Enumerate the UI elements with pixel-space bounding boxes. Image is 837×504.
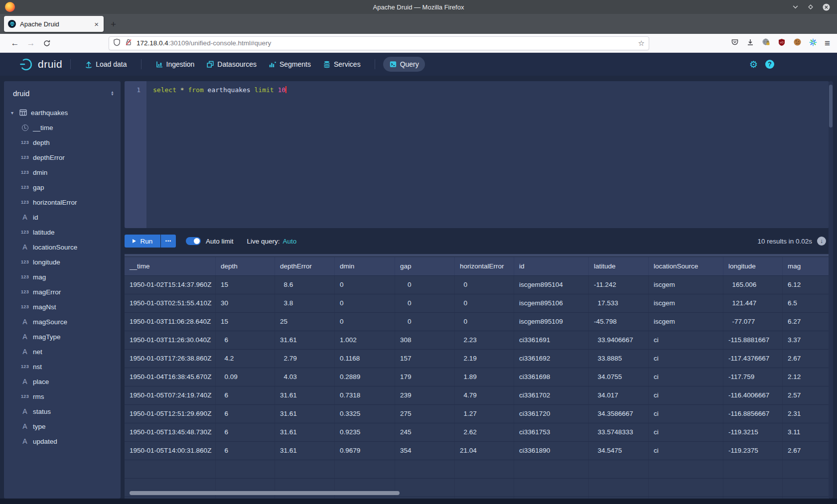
tree-column-item[interactable]: nst (4, 359, 121, 374)
table-cell[interactable] (514, 460, 588, 478)
table-cell[interactable]: 1950-01-03T11:06:28.640Z (125, 313, 215, 331)
tree-column-item[interactable]: magError (4, 284, 121, 299)
tree-column-item[interactable]: updated (4, 434, 121, 449)
table-cell[interactable] (125, 497, 215, 499)
cookie-extension-icon[interactable] (793, 38, 802, 48)
table-cell[interactable]: ci (648, 386, 723, 404)
table-cell[interactable]: 1950-01-04T16:38:45.670Z (125, 368, 215, 386)
sparkle-extension-icon[interactable] (809, 38, 817, 48)
table-cell[interactable]: 30 (215, 294, 275, 312)
table-cell[interactable]: 6 (215, 331, 275, 349)
table-cell[interactable] (454, 479, 514, 497)
table-cell[interactable]: iscgem (648, 294, 723, 312)
table-cell[interactable]: 2.12 (782, 368, 829, 386)
tree-column-item[interactable]: magNst (4, 299, 121, 314)
table-cell[interactable]: 0 (334, 294, 395, 312)
druid-logo[interactable]: druid (19, 57, 62, 72)
table-cell[interactable] (275, 460, 334, 478)
table-cell[interactable]: 2.23 (454, 331, 514, 349)
url-bar[interactable]: 172.18.0.4:30109/unified-console.html#qu… (109, 36, 649, 50)
table-cell[interactable]: 6 (215, 442, 275, 460)
table-cell[interactable]: iscgem895109 (514, 313, 588, 331)
table-cell[interactable]: 1950-01-05T13:45:48.730Z (125, 423, 215, 441)
table-cell[interactable]: 1.27 (454, 405, 514, 423)
table-cell[interactable]: ci (648, 331, 723, 349)
table-cell[interactable]: ci (648, 405, 723, 423)
table-cell[interactable]: 0 (454, 313, 514, 331)
table-cell[interactable]: -45.798 (588, 313, 648, 331)
table-cell[interactable] (723, 460, 782, 478)
table-cell[interactable]: 4.2 (215, 350, 275, 368)
table-cell[interactable]: 0 (454, 276, 514, 294)
table-cell[interactable]: ci3361720 (514, 405, 588, 423)
tree-column-item[interactable]: depthError (4, 150, 121, 165)
column-header[interactable]: mag (782, 257, 829, 275)
table-cell[interactable]: 157 (395, 350, 454, 368)
table-cell[interactable]: 8.6 (275, 276, 334, 294)
back-button[interactable]: ← (7, 36, 23, 50)
nav-segments[interactable]: Segments (263, 57, 317, 72)
table-row[interactable]: 1950-01-03T02:51:55.410Z30 3.80 0 0iscge… (125, 294, 829, 312)
table-cell[interactable]: 1950-01-03T17:26:38.860Z (125, 350, 215, 368)
help-icon[interactable]: ? (765, 60, 774, 69)
table-row[interactable]: 1950-01-05T07:24:19.740Z 631.610.7318239… (125, 386, 829, 404)
table-cell[interactable]: 245 (395, 423, 454, 441)
new-tab-button[interactable]: + (111, 19, 116, 29)
column-header[interactable]: depthError (275, 257, 334, 275)
column-header[interactable]: dmin (334, 257, 395, 275)
table-cell[interactable]: 0.3325 (334, 405, 395, 423)
table-cell[interactable]: 275 (395, 405, 454, 423)
tree-column-item[interactable]: rms (4, 389, 121, 404)
table-cell[interactable]: 1.002 (334, 331, 395, 349)
table-cell[interactable] (454, 497, 514, 499)
table-cell[interactable]: 31.61 (275, 405, 334, 423)
table-cell[interactable]: 2.67 (782, 350, 829, 368)
tree-column-item[interactable]: net (4, 344, 121, 359)
table-row[interactable]: 1950-01-03T17:26:38.860Z 4.2 2.790.11681… (125, 349, 829, 368)
table-cell[interactable] (723, 479, 782, 497)
bookmark-star-icon[interactable]: ☆ (638, 39, 645, 48)
table-row[interactable]: 1950-01-05T12:51:29.690Z 631.610.3325275… (125, 404, 829, 423)
table-row[interactable]: 1950-01-05T13:45:48.730Z 631.610.9235245… (125, 423, 829, 441)
table-row[interactable]: 1950-01-02T15:14:37.960Z15 8.60 0 0iscge… (125, 275, 829, 294)
close-icon[interactable] (823, 3, 830, 11)
table-cell[interactable]: 0 (454, 294, 514, 312)
scrollbar-thumb[interactable] (829, 85, 833, 127)
table-cell[interactable]: 33.8885 (588, 350, 648, 368)
table-cell[interactable]: ci (648, 350, 723, 368)
table-cell[interactable]: 31.61 (275, 442, 334, 460)
table-cell[interactable]: ci3361698 (514, 368, 588, 386)
table-cell[interactable]: 0.09 (215, 368, 275, 386)
tree-column-item[interactable]: type (4, 419, 121, 434)
table-cell[interactable]: 2.19 (454, 350, 514, 368)
tree-column-item[interactable]: id (4, 210, 121, 225)
table-cell[interactable]: 1950-01-02T15:14:37.960Z (125, 276, 215, 294)
table-cell[interactable]: 6 (215, 405, 275, 423)
sql-code[interactable]: select * from earthquakes limit 10 (146, 81, 286, 228)
table-cell[interactable]: 2.62 (454, 423, 514, 441)
table-cell[interactable]: -115.8881667 (723, 331, 782, 349)
downloads-icon[interactable] (746, 38, 754, 48)
table-cell[interactable]: 33.9406667 (588, 331, 648, 349)
table-row[interactable]: 1950-01-03T11:26:30.040Z 631.611.002308 … (125, 331, 829, 349)
tracking-shield-icon[interactable] (113, 38, 121, 48)
sort-icon[interactable]: ▲▼ (111, 91, 114, 96)
table-cell[interactable]: -119.2375 (723, 442, 782, 460)
table-cell[interactable] (588, 479, 648, 497)
table-cell[interactable]: 34.0755 (588, 368, 648, 386)
table-cell[interactable]: ci3361890 (514, 442, 588, 460)
maximize-icon[interactable] (808, 4, 814, 10)
download-results-icon[interactable]: ↓ (817, 237, 826, 246)
table-cell[interactable]: 6.12 (782, 276, 829, 294)
tree-column-item[interactable]: latitude (4, 225, 121, 240)
table-cell[interactable]: 21.04 (454, 442, 514, 460)
table-cell[interactable] (782, 479, 829, 497)
tree-column-item[interactable]: __time (4, 120, 121, 135)
table-cell[interactable]: 1950-01-05T12:51:29.690Z (125, 405, 215, 423)
table-cell[interactable]: 6.27 (782, 313, 829, 331)
table-cell[interactable] (782, 497, 829, 499)
nav-load-data[interactable]: Load data (79, 57, 133, 72)
table-cell[interactable]: 2.79 (275, 350, 334, 368)
tree-column-item[interactable]: status (4, 404, 121, 419)
table-cell[interactable] (275, 497, 334, 499)
